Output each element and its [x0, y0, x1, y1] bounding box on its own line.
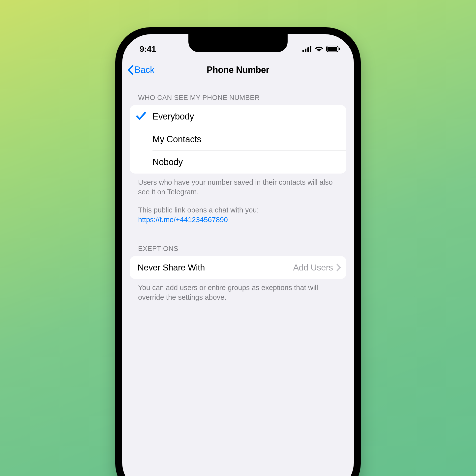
- nav-bar: Back Phone Number: [122, 59, 354, 81]
- option-label: My Contacts: [152, 134, 201, 145]
- footer-line-1: Users who have your number saved in thei…: [138, 178, 338, 197]
- svg-rect-0: [302, 50, 304, 52]
- back-button[interactable]: Back: [127, 65, 154, 75]
- exception-label: Never Share With: [138, 263, 293, 272]
- exceptions-footer: You can add users or entire groups as ex…: [130, 279, 346, 302]
- exceptions-card: Never Share With Add Users: [130, 256, 346, 279]
- cellular-icon: [302, 46, 312, 52]
- option-nobody[interactable]: Nobody: [130, 151, 346, 174]
- option-label: Everybody: [152, 111, 194, 122]
- status-indicators: [302, 46, 340, 52]
- option-my-contacts[interactable]: My Contacts: [130, 128, 346, 151]
- back-label: Back: [135, 65, 154, 75]
- exception-value: Add Users: [293, 263, 333, 272]
- phone-screen: 9:41 Back Phone Number: [122, 34, 354, 476]
- battery-icon: [326, 46, 340, 52]
- page-title: Phone Number: [122, 65, 354, 75]
- svg-rect-1: [305, 49, 306, 52]
- footer-line-2: This public link opens a chat with you:: [138, 206, 259, 214]
- svg-rect-5: [327, 47, 337, 51]
- chevron-right-icon: [336, 264, 341, 271]
- checkmark-icon: [136, 111, 146, 122]
- option-everybody[interactable]: Everybody: [130, 105, 346, 128]
- never-share-with-row[interactable]: Never Share With Add Users: [130, 256, 346, 279]
- phone-notch: [188, 34, 288, 52]
- phone-frame: 9:41 Back Phone Number: [115, 27, 361, 476]
- visibility-options-card: Everybody My Contacts Nobody: [130, 105, 346, 174]
- svg-rect-3: [310, 46, 311, 52]
- option-label: Nobody: [152, 157, 183, 167]
- public-link[interactable]: https://t.me/+441234567890: [138, 216, 228, 224]
- section-header-exceptions: EXEPTIONS: [130, 225, 346, 256]
- content-area: WHO CAN SEE MY PHONE NUMBER Everybody My…: [122, 81, 354, 302]
- section-header-visibility: WHO CAN SEE MY PHONE NUMBER: [130, 81, 346, 105]
- status-time: 9:41: [140, 44, 156, 54]
- svg-rect-6: [339, 48, 340, 50]
- wifi-icon: [315, 46, 323, 52]
- visibility-footer: Users who have your number saved in thei…: [130, 174, 346, 225]
- chevron-left-icon: [127, 65, 134, 75]
- svg-rect-2: [307, 47, 309, 52]
